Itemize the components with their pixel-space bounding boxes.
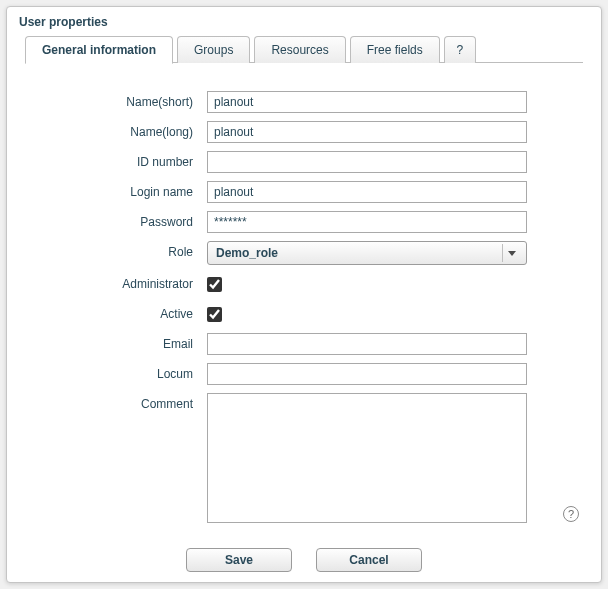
- tab-bar: General information Groups Resources Fre…: [7, 33, 601, 63]
- input-name-long[interactable]: [207, 121, 527, 143]
- input-name-short[interactable]: [207, 91, 527, 113]
- chevron-down-icon: [502, 244, 520, 262]
- checkbox-administrator[interactable]: [207, 277, 222, 292]
- textarea-comment[interactable]: [207, 393, 527, 523]
- label-administrator: Administrator: [29, 273, 207, 291]
- label-password: Password: [29, 211, 207, 229]
- save-button[interactable]: Save: [186, 548, 292, 572]
- tab-groups[interactable]: Groups: [177, 36, 250, 63]
- label-active: Active: [29, 303, 207, 321]
- select-role-value: Demo_role: [216, 246, 278, 260]
- checkbox-active[interactable]: [207, 307, 222, 322]
- tab-free-fields[interactable]: Free fields: [350, 36, 440, 63]
- label-name-short: Name(short): [29, 91, 207, 109]
- panel-title: User properties: [7, 7, 601, 33]
- label-role: Role: [29, 241, 207, 259]
- label-email: Email: [29, 333, 207, 351]
- tab-resources[interactable]: Resources: [254, 36, 345, 63]
- cancel-button[interactable]: Cancel: [316, 548, 422, 572]
- help-icon[interactable]: ?: [563, 506, 579, 522]
- label-comment: Comment: [29, 393, 207, 411]
- general-information-form: Name(short) Name(long) ID number Login n…: [7, 63, 601, 544]
- label-login-name: Login name: [29, 181, 207, 199]
- input-login-name[interactable]: [207, 181, 527, 203]
- tab-general-information[interactable]: General information: [25, 36, 173, 64]
- user-properties-panel: User properties General information Grou…: [6, 6, 602, 583]
- label-locum: Locum: [29, 363, 207, 381]
- label-id-number: ID number: [29, 151, 207, 169]
- tab-help[interactable]: ?: [444, 36, 476, 63]
- input-password[interactable]: [207, 211, 527, 233]
- button-row: Save Cancel: [7, 544, 601, 586]
- input-email[interactable]: [207, 333, 527, 355]
- select-role[interactable]: Demo_role: [207, 241, 527, 265]
- input-locum[interactable]: [207, 363, 527, 385]
- input-id-number[interactable]: [207, 151, 527, 173]
- label-name-long: Name(long): [29, 121, 207, 139]
